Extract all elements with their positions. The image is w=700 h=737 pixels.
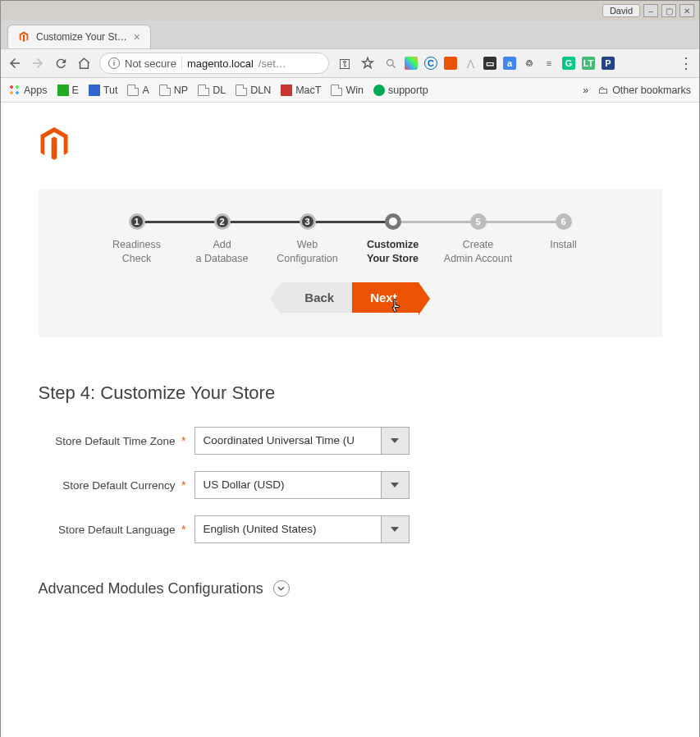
currency-label: Store Default Currency * bbox=[39, 478, 194, 492]
url-path: /set… bbox=[258, 57, 286, 70]
dropdown-button[interactable] bbox=[381, 428, 409, 454]
bookmark-supportp[interactable]: supportp bbox=[373, 85, 428, 96]
timezone-label: Store Default Time Zone * bbox=[39, 434, 194, 447]
timezone-select[interactable]: Coordinated Universal Time (U bbox=[194, 427, 409, 455]
bookmarks-bar: Apps E Tut A NP DL DLN MacT Win supportp… bbox=[1, 78, 699, 103]
bookmark-np[interactable]: NP bbox=[159, 85, 188, 96]
magento-favicon-icon bbox=[18, 31, 30, 43]
address-bar: i Not secure magento.local/set… ⚿ C ⋀ ▭ … bbox=[1, 48, 699, 78]
next-button[interactable]: Next bbox=[352, 282, 419, 313]
dropdown-button[interactable] bbox=[381, 472, 409, 498]
star-icon[interactable] bbox=[360, 56, 375, 71]
step-install[interactable]: 6 Install bbox=[521, 213, 606, 252]
bookmark-overflow[interactable]: » bbox=[583, 85, 588, 96]
folder-icon: 🗀 bbox=[598, 85, 609, 96]
back-nav-button[interactable] bbox=[7, 56, 22, 71]
home-button[interactable] bbox=[76, 56, 91, 71]
expand-toggle-icon[interactable] bbox=[273, 580, 290, 597]
bookmark-mact[interactable]: MacT bbox=[281, 85, 321, 96]
site-info-icon[interactable]: i bbox=[108, 57, 120, 69]
ext-icon-8[interactable]: ≡ bbox=[542, 57, 556, 70]
apps-button[interactable]: Apps bbox=[9, 85, 48, 96]
ext-icon-1[interactable] bbox=[405, 57, 418, 70]
security-label: Not secure bbox=[125, 57, 176, 70]
search-ext-icon[interactable] bbox=[383, 56, 398, 71]
ext-icon-6[interactable]: a bbox=[503, 57, 516, 70]
currency-row: Store Default Currency * US Dollar (USD) bbox=[39, 471, 662, 499]
user-label: David bbox=[602, 4, 640, 17]
ext-icon-5[interactable]: ▭ bbox=[483, 57, 496, 70]
language-row: Store Default Language * English (United… bbox=[39, 515, 662, 543]
tab-title: Customize Your St… bbox=[36, 31, 127, 43]
timezone-value: Coordinated Universal Time (U bbox=[195, 428, 381, 454]
dropdown-button[interactable] bbox=[381, 516, 409, 542]
ext-icon-11[interactable]: P bbox=[602, 57, 615, 70]
magento-logo-icon bbox=[39, 127, 70, 162]
ext-icon-3[interactable] bbox=[444, 57, 457, 70]
advanced-section-header[interactable]: Advanced Modules Configurations bbox=[39, 580, 662, 597]
advanced-label: Advanced Modules Configurations bbox=[39, 580, 263, 597]
reload-button[interactable] bbox=[53, 56, 68, 71]
currency-select[interactable]: US Dollar (USD) bbox=[194, 471, 409, 499]
svg-point-0 bbox=[387, 59, 393, 66]
bookmark-e[interactable]: E bbox=[57, 85, 79, 96]
section-title: Step 4: Customize Your Store bbox=[39, 382, 662, 404]
back-button[interactable]: Back bbox=[281, 282, 352, 313]
bookmark-tut[interactable]: Tut bbox=[89, 85, 118, 96]
ext-icon-9[interactable]: G bbox=[562, 57, 575, 70]
browser-tab[interactable]: Customize Your St… × bbox=[7, 25, 151, 48]
bookmark-a[interactable]: A bbox=[127, 85, 149, 96]
window-titlebar: David – ▢ ✕ bbox=[1, 1, 699, 21]
browser-menu-button[interactable]: ⋮ bbox=[679, 54, 693, 72]
timezone-row: Store Default Time Zone * Coordinated Un… bbox=[39, 427, 662, 455]
wizard-panel: 1 ReadinessCheck 2 Adda Database 3 WebCo… bbox=[39, 189, 662, 337]
bookmark-dln[interactable]: DLN bbox=[236, 85, 271, 96]
key-icon[interactable]: ⚿ bbox=[337, 56, 352, 71]
language-select[interactable]: English (United States) bbox=[194, 515, 409, 543]
bookmark-dl[interactable]: DL bbox=[198, 85, 226, 96]
close-window-button[interactable]: ✕ bbox=[679, 4, 694, 17]
minimize-button[interactable]: – bbox=[643, 4, 658, 17]
ext-icon-2[interactable]: C bbox=[424, 57, 437, 70]
bookmark-win[interactable]: Win bbox=[331, 85, 364, 96]
language-label: Store Default Language * bbox=[39, 523, 194, 536]
language-value: English (United States) bbox=[195, 516, 381, 542]
step-readiness[interactable]: 1 ReadinessCheck bbox=[94, 213, 180, 266]
url-host: magento.local bbox=[187, 57, 254, 70]
other-bookmarks[interactable]: 🗀Other bookmarks bbox=[598, 85, 691, 96]
ext-icon-7[interactable]: ♲ bbox=[523, 57, 536, 70]
wizard-steps: 1 ReadinessCheck 2 Adda Database 3 WebCo… bbox=[55, 213, 646, 266]
ext-icon-4[interactable]: ⋀ bbox=[464, 57, 477, 70]
forward-nav-button bbox=[30, 56, 45, 71]
close-tab-icon[interactable]: × bbox=[134, 30, 140, 43]
ext-icon-10[interactable]: LT bbox=[582, 57, 595, 70]
tab-bar: Customize Your St… × bbox=[1, 21, 699, 48]
maximize-button[interactable]: ▢ bbox=[661, 4, 676, 17]
currency-value: US Dollar (USD) bbox=[195, 472, 381, 498]
url-input[interactable]: i Not secure magento.local/set… bbox=[99, 53, 329, 74]
